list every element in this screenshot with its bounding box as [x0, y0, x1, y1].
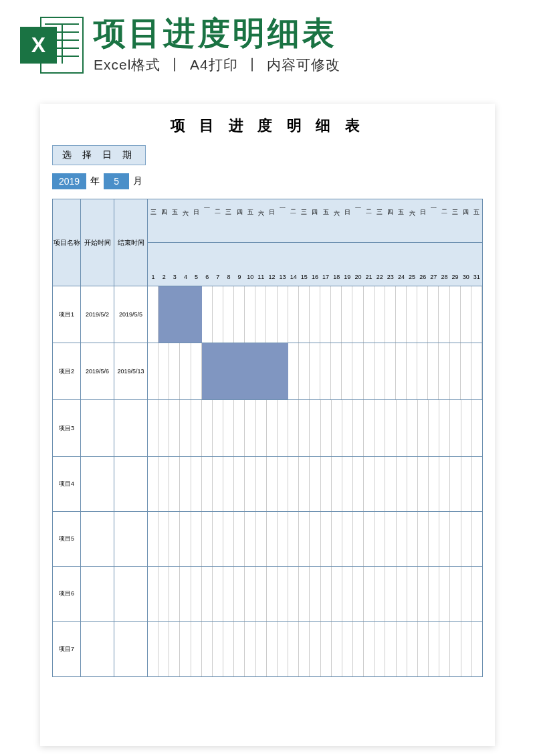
timeline-cell [374, 622, 385, 676]
col-header-end: 结束时间 [114, 199, 148, 286]
timeline-cell [364, 400, 374, 456]
timeline-cell [407, 622, 418, 676]
timeline-cell [213, 567, 223, 621]
project-name-cell[interactable]: 项目3 [53, 400, 81, 456]
timeline-cell [428, 286, 439, 343]
timeline-cell [397, 567, 407, 621]
timeline-cell [234, 400, 245, 456]
gantt-body: 项目12019/5/22019/5/5项目22019/5/62019/5/13项… [53, 286, 482, 676]
project-name-cell[interactable]: 项目5 [53, 512, 81, 566]
timeline-cell [234, 622, 245, 676]
gantt-row: 项目4 [53, 457, 482, 512]
project-start-cell[interactable]: 2019/5/6 [81, 343, 114, 399]
gantt-row: 项目22019/5/62019/5/13 [53, 343, 482, 400]
project-name-cell[interactable]: 项目2 [53, 343, 81, 399]
timeline-cell [278, 622, 288, 676]
timeline-cell [223, 622, 234, 676]
gantt-bar[interactable] [158, 286, 202, 343]
timeline-cell [213, 400, 223, 456]
daynum-cell: 13 [278, 274, 288, 280]
timeline-cell [364, 343, 374, 399]
timeline-cell [223, 400, 234, 456]
timeline-cell [223, 512, 234, 566]
timeline-cell [472, 622, 482, 676]
project-start-cell[interactable] [81, 622, 114, 676]
timeline-cell [450, 286, 461, 343]
timeline-cell [418, 400, 429, 456]
project-name-cell[interactable]: 项目6 [53, 567, 81, 621]
timeline-cell [234, 286, 245, 343]
gantt-row: 项目3 [53, 400, 482, 457]
project-end-cell[interactable] [114, 567, 148, 621]
timeline-cell [342, 512, 353, 566]
project-start-cell[interactable] [81, 457, 114, 511]
timeline-cell [342, 622, 353, 676]
project-start-cell[interactable] [81, 567, 114, 621]
daynum-cell: 10 [245, 274, 255, 280]
project-name-cell[interactable]: 项目1 [53, 286, 81, 343]
timeline-cell [374, 457, 385, 511]
timeline [148, 457, 482, 511]
month-unit: 月 [133, 175, 142, 187]
project-end-cell[interactable] [114, 622, 148, 676]
timeline-cell [180, 343, 191, 399]
daynum-cell: 20 [352, 274, 363, 280]
separator: 丨 [245, 57, 260, 72]
sub-print: A4打印 [190, 57, 238, 72]
timeline-cell [267, 622, 278, 676]
project-name-cell[interactable]: 项目4 [53, 457, 81, 511]
daynum-cell: 4 [180, 274, 191, 280]
month-input[interactable]: 5 [104, 173, 129, 189]
project-end-cell[interactable]: 2019/5/13 [114, 343, 148, 399]
timeline-cell [461, 512, 472, 566]
timeline-cell [385, 512, 396, 566]
excel-icon-letter: X [20, 27, 57, 64]
timeline-cell [407, 567, 418, 621]
timeline-cell [169, 343, 180, 399]
timeline-cell [461, 400, 472, 456]
project-end-cell[interactable] [114, 400, 148, 456]
project-name-cell[interactable]: 项目7 [53, 622, 81, 676]
timeline-cell [148, 343, 158, 399]
timeline-cell [180, 400, 191, 456]
timeline-cell [256, 567, 267, 621]
project-start-cell[interactable] [81, 512, 114, 566]
timeline-cell [191, 512, 202, 566]
year-input[interactable]: 2019 [52, 173, 86, 189]
daynum-cell: 29 [450, 274, 461, 280]
timeline-cell [385, 567, 396, 621]
timeline [148, 567, 482, 621]
project-end-cell[interactable]: 2019/5/5 [114, 286, 148, 343]
timeline-cell [342, 343, 352, 399]
daynum-cell: 31 [471, 274, 482, 280]
timeline-cell [439, 567, 450, 621]
daynum-cell: 7 [213, 274, 223, 280]
timeline-cell [213, 512, 223, 566]
timeline-cell [450, 567, 461, 621]
timeline-cell [255, 286, 266, 343]
timeline-cell [374, 512, 385, 566]
timeline-cell [428, 343, 439, 399]
project-end-cell[interactable] [114, 457, 148, 511]
daynum-cell: 25 [407, 274, 417, 280]
timeline-cell [234, 457, 245, 511]
daynum-cell: 2 [158, 274, 169, 280]
timeline-cell [266, 286, 277, 343]
timeline-cell [417, 286, 428, 343]
project-end-cell[interactable] [114, 512, 148, 566]
gantt-row: 项目6 [53, 567, 482, 622]
timeline-cell [450, 512, 461, 566]
timeline-cell [245, 512, 255, 566]
timeline-cell [472, 567, 482, 621]
timeline-cell [310, 622, 320, 676]
header-subtitle: Excel格式 丨 A4打印 丨 内容可修改 [94, 56, 515, 74]
timeline-cell [158, 512, 169, 566]
timeline-cell [429, 457, 439, 511]
gantt-bar[interactable] [202, 343, 288, 399]
project-start-cell[interactable]: 2019/5/2 [81, 286, 114, 343]
timeline-cell [223, 457, 234, 511]
timeline-cell [148, 286, 158, 343]
timeline-cell [213, 457, 223, 511]
timeline-cell [320, 343, 331, 399]
project-start-cell[interactable] [81, 400, 114, 456]
